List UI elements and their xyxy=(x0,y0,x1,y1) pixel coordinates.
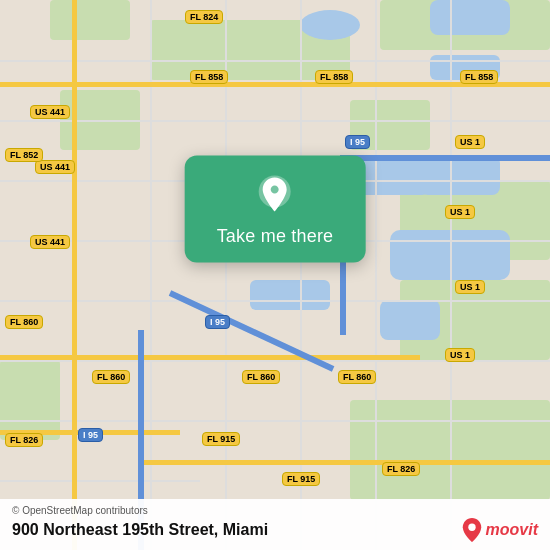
badge-us1-4: US 1 xyxy=(445,348,475,362)
badge-i95-1: I 95 xyxy=(345,135,370,149)
badge-fl824: FL 824 xyxy=(185,10,223,24)
road-h-8 xyxy=(0,480,200,482)
badge-us1-3: US 1 xyxy=(455,280,485,294)
location-pin-icon xyxy=(253,174,297,218)
park-area-5 xyxy=(50,0,130,40)
badge-fl858-3: FL 858 xyxy=(460,70,498,84)
badge-us441-3: US 441 xyxy=(30,235,70,249)
badge-us441-2: US 441 xyxy=(35,160,75,174)
badge-us1-2: US 1 xyxy=(445,205,475,219)
park-area-9 xyxy=(0,360,60,440)
road-h-2 xyxy=(0,120,550,122)
take-me-there-button[interactable]: Take me there xyxy=(217,226,334,247)
badge-fl858-1: FL 858 xyxy=(190,70,228,84)
road-h-1 xyxy=(0,60,550,62)
badge-i95-2: I 95 xyxy=(205,315,230,329)
svg-point-1 xyxy=(468,524,475,531)
badge-fl858-2: FL 858 xyxy=(315,70,353,84)
bottom-info-bar: © OpenStreetMap contributors 900 Northea… xyxy=(0,499,550,550)
address-label: 900 Northeast 195th Street, Miami xyxy=(12,521,268,539)
map-container: US 441 US 441 US 441 FL 824 FL 858 FL 85… xyxy=(0,0,550,550)
badge-us1-1: US 1 xyxy=(455,135,485,149)
highway-860 xyxy=(0,355,420,360)
badge-fl860-1: FL 860 xyxy=(5,315,43,329)
map-attribution: © OpenStreetMap contributors xyxy=(12,505,538,516)
badge-fl860-3: FL 860 xyxy=(242,370,280,384)
badge-fl915-2: FL 915 xyxy=(282,472,320,486)
badge-us441-1: US 441 xyxy=(30,105,70,119)
badge-fl852: FL 852 xyxy=(5,148,43,162)
water-1 xyxy=(300,10,360,40)
highway-441-s xyxy=(72,200,77,550)
road-h-5 xyxy=(0,300,550,302)
water-7 xyxy=(380,300,440,340)
badge-fl826: FL 826 xyxy=(5,433,43,447)
navigation-card: Take me there xyxy=(185,156,366,263)
moovit-logo: moovit xyxy=(462,518,538,542)
badge-fl915-1: FL 915 xyxy=(202,432,240,446)
i95-east xyxy=(340,155,550,161)
badge-fl860-4: FL 860 xyxy=(338,370,376,384)
road-h-7 xyxy=(0,420,550,422)
moovit-brand-text: moovit xyxy=(486,521,538,539)
moovit-pin-icon xyxy=(462,518,482,542)
badge-i95-3: I 95 xyxy=(78,428,103,442)
water-5 xyxy=(420,155,500,195)
water-river xyxy=(250,280,330,310)
badge-fl826-2: FL 826 xyxy=(382,462,420,476)
badge-fl860-2: FL 860 xyxy=(92,370,130,384)
address-row: 900 Northeast 195th Street, Miami moovit xyxy=(12,518,538,542)
highway-915 xyxy=(140,460,550,465)
water-2 xyxy=(430,0,510,35)
